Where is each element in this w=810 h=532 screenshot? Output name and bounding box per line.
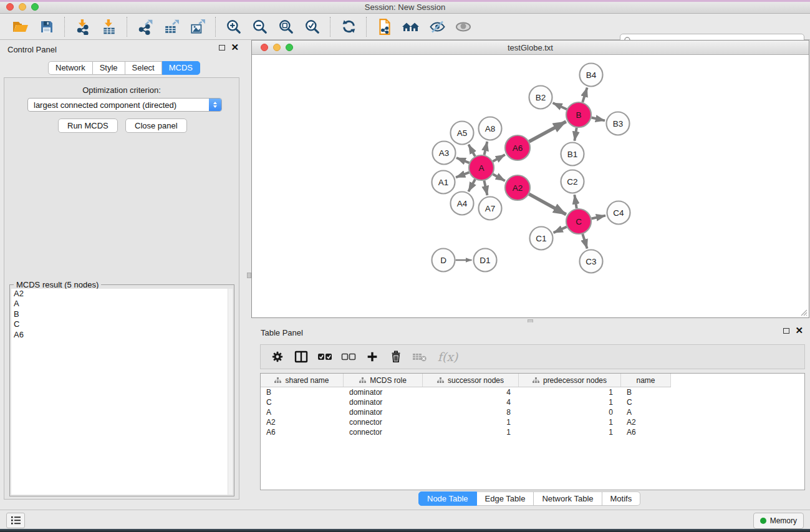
result-list-item[interactable]: A2 [11,289,233,299]
add-column-button[interactable] [360,346,384,367]
home-button[interactable] [398,16,424,38]
delete-table-button[interactable] [408,346,432,367]
column-header-shared-name[interactable]: shared name [261,374,344,387]
float-panel-icon[interactable] [783,328,789,334]
close-panel-button[interactable]: Close panel [125,118,187,133]
graph-edge-B-B4[interactable] [582,88,587,102]
graph-edge-A-A2[interactable] [493,174,504,181]
save-session-button[interactable] [34,16,60,38]
import-table-icon [101,19,117,35]
table-row[interactable]: A6connector11A6 [261,427,804,437]
tab-style[interactable]: Style [93,61,125,75]
column-layout-button[interactable] [289,346,313,367]
tab-mcds[interactable]: MCDS [162,61,200,75]
result-list-item[interactable]: A [11,299,233,309]
table-row[interactable]: A2connector11A2 [261,417,804,427]
tab-edge-table[interactable]: Edge Table [477,491,534,506]
zoom-out-icon [252,19,268,35]
import-table-button[interactable] [96,16,122,38]
status-bar: Memory [0,510,810,529]
table-row[interactable]: Cdominator41C [261,397,804,407]
network-window-titlebar[interactable]: testGlobe.txt [252,41,809,55]
graph-edge-C-C2[interactable] [574,195,576,208]
deselect-all-button[interactable] [337,346,360,367]
main-toolbar [0,14,810,40]
open-session-button[interactable] [7,16,34,38]
column-header-successor-nodes[interactable]: successor nodes [423,374,519,387]
table-row[interactable]: Adominator80A [261,407,804,417]
graph-edge-B-B1[interactable] [574,128,576,141]
tab-network[interactable]: Network [48,61,93,75]
tab-network-table[interactable]: Network Table [534,491,602,506]
cell-shared-name: C [261,398,344,407]
table-row[interactable]: Bdominator41B [261,387,804,397]
graph-edge-A6-B[interactable] [529,122,566,142]
cell-predecessor-nodes: 1 [519,428,621,437]
column-header-MCDS-role[interactable]: MCDS role [344,374,423,387]
graph-edge-A-A3[interactable] [456,158,470,163]
tab-motifs[interactable]: Motifs [602,491,641,506]
column-header-label: name [636,376,655,385]
graph-edge-A-A8[interactable] [485,142,488,155]
close-panel-icon[interactable]: ✕ [795,327,803,334]
cell-name: A2 [621,418,671,427]
graph-edge-A-A4[interactable] [468,179,475,191]
network-canvas[interactable]: B4B2BB3A5A8A6A3B1AC2A1A2A4A7C4CC1C3DD1 [253,55,808,317]
graph-edge-B-B3[interactable] [591,118,605,121]
zoom-fit-button[interactable] [273,16,299,38]
titlebar-accent-strip [0,0,810,2]
network-from-document-button[interactable] [372,16,398,38]
column-header-predecessor-nodes[interactable]: predecessor nodes [519,374,621,387]
birdseye-eye-icon [455,20,472,34]
vertical-split-grip[interactable] [247,273,251,278]
result-list-item[interactable]: A6 [11,330,233,340]
graph-edge-C-C3[interactable] [582,234,587,248]
graph-node-label: C3 [586,257,596,266]
float-panel-icon[interactable] [219,45,225,51]
graph-edge-B-B2[interactable] [553,103,567,109]
export-table-button[interactable] [158,16,185,38]
select-all-button[interactable] [313,346,337,367]
graph-edge-A-A1[interactable] [456,172,469,177]
result-list-item[interactable]: C [11,319,233,329]
close-panel-icon[interactable]: ✕ [231,44,239,51]
graph-edge-A-A7[interactable] [484,181,487,195]
import-network-button[interactable] [70,16,96,38]
node-table: shared nameMCDS rolesuccessor nodesprede… [260,373,805,490]
zoom-fit-icon [278,19,294,35]
run-mcds-button[interactable]: Run MCDS [58,118,118,133]
table-settings-button[interactable] [266,346,289,367]
export-image-button[interactable] [185,16,211,38]
cell-MCDS-role: dominator [344,398,423,407]
control-panel-title: Control Panel [7,45,57,54]
import-network-icon [75,19,91,35]
criterion-dropdown[interactable]: largest connected component (directed) [27,98,222,112]
graph-edge-A-A5[interactable] [468,145,475,157]
graph-node-label: B [576,110,581,120]
graph-edge-A-A6[interactable] [493,155,504,162]
zoom-out-button[interactable] [247,16,273,38]
export-network-button[interactable] [132,16,158,38]
zoom-selected-button[interactable] [299,16,325,38]
save-disk-icon [39,19,54,34]
delete-column-button[interactable] [384,346,408,367]
tab-node-table[interactable]: Node Table [418,491,477,506]
graph-edge-C-C4[interactable] [592,216,605,219]
result-list-scrollbar[interactable] [228,289,233,495]
result-list-item[interactable]: B [11,309,233,319]
apply-function-button[interactable]: f(x) [432,346,464,367]
graph-node-label: A8 [485,124,496,133]
hide-graphics-details-button[interactable] [424,16,450,38]
cell-MCDS-role: dominator [344,388,423,397]
graph-edge-C-C1[interactable] [554,227,567,233]
zoom-in-button[interactable] [221,16,247,38]
column-header-name[interactable]: name [621,374,671,387]
task-history-button[interactable] [6,513,25,528]
refresh-button[interactable] [335,16,362,38]
resize-grip-icon[interactable] [799,307,808,316]
memory-button[interactable]: Memory [753,513,804,529]
graph-edge-A2-C[interactable] [529,194,566,215]
birdseye-view-button[interactable] [450,16,476,38]
graph-node-label: B1 [567,150,578,159]
tab-select[interactable]: Select [125,61,162,75]
